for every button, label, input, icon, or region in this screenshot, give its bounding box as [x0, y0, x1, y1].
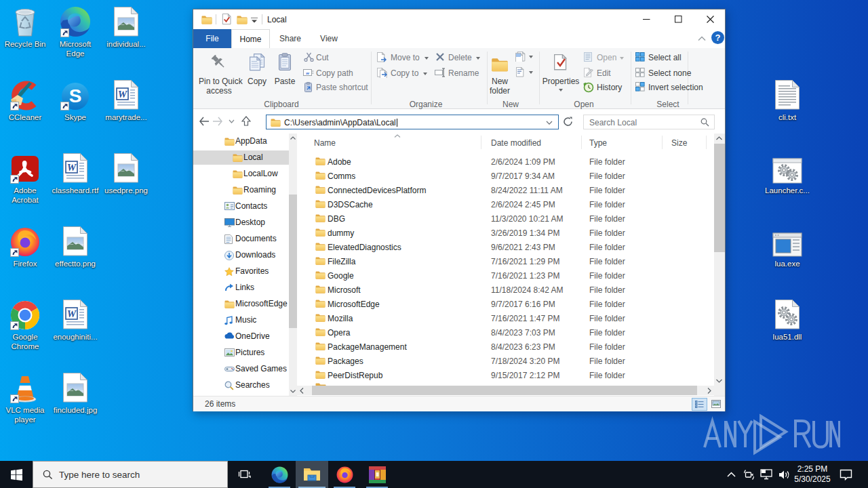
svg-text:w: w [306, 71, 309, 75]
svg-text:S: S [69, 85, 82, 106]
